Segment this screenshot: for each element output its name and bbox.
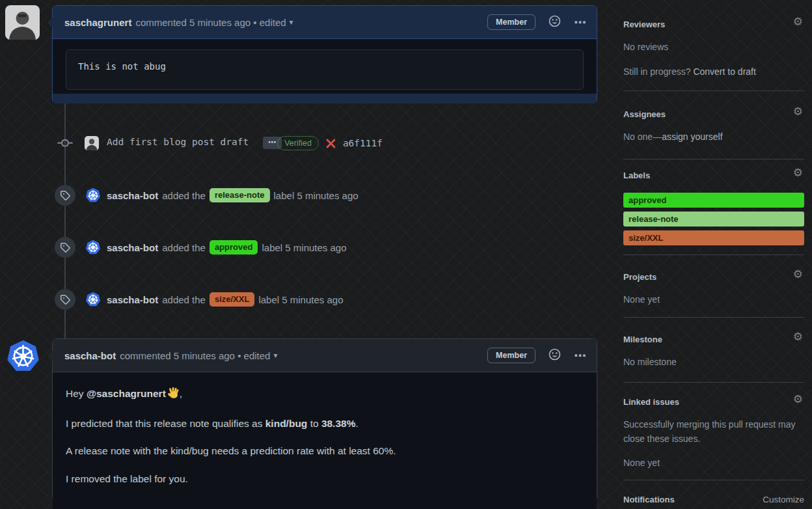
edited-dropdown-icon[interactable]: ▾ (273, 351, 277, 360)
event-suffix-text: label 5 minutes ago (262, 242, 346, 253)
comment-caret (47, 18, 53, 28)
bold-text: 38.38% (321, 418, 356, 429)
comment-paragraph: Hey @saschagrunert , (66, 387, 584, 403)
assign-yourself-link[interactable]: assign yourself (662, 131, 722, 142)
milestone-empty-text: No milestone (623, 355, 804, 370)
label-event-row: sascha-bot added the approved label 5 mi… (0, 234, 597, 260)
member-badge: Member (487, 14, 535, 30)
waving-hand-icon (167, 387, 180, 403)
event-actor-link[interactable]: sascha-bot (107, 242, 158, 253)
text: Hey (66, 388, 87, 399)
customize-link[interactable]: Customize (763, 495, 804, 504)
person-photo-icon (85, 136, 99, 150)
kebab-menu-button[interactable]: ⋯ (574, 350, 586, 362)
sidebar-divider (623, 255, 804, 255)
section-title: Milestone (623, 335, 662, 344)
projects-empty-text: None yet (623, 293, 804, 307)
label-event-row: sascha-bot added the release-note label … (0, 182, 597, 208)
avatar-sascha-bot[interactable] (85, 187, 101, 203)
sidebar-section-linked-issues: Linked issues ⚙ Successfully merging thi… (623, 396, 804, 481)
avatar-saschagrunert[interactable] (5, 5, 40, 40)
sidebar-section-projects: Projects ⚙ None yet (623, 271, 804, 318)
mention-link[interactable]: @saschagrunert (87, 388, 166, 399)
kubernetes-icon (85, 292, 101, 307)
event-action-text: added the (162, 190, 206, 201)
timeline-badge (55, 289, 75, 310)
comment-paragraph: I removed the label for you. (66, 472, 584, 486)
sidebar-section-reviewers: Reviewers ⚙ No reviews Still in progress… (623, 18, 804, 89)
label-pill[interactable]: size/XXL (210, 292, 254, 307)
verified-badge[interactable]: Verified (277, 136, 319, 150)
event-action-text: added the (162, 294, 206, 305)
comment-meta: commented 5 minutes ago • edited (120, 350, 270, 361)
linked-issues-empty-text: None yet (623, 456, 804, 471)
avatar-sascha-bot[interactable] (85, 292, 101, 307)
tag-icon (60, 190, 70, 200)
timeline-badge (55, 237, 75, 258)
comment-author-link[interactable]: sascha-bot (64, 350, 116, 361)
text: I predicted that this release note quali… (66, 418, 265, 429)
event-action-text: added the (162, 242, 206, 253)
sidebar-label-release-note[interactable]: release-note (623, 212, 804, 227)
edited-dropdown-icon[interactable]: ▾ (290, 18, 293, 27)
event-actor-link[interactable]: sascha-bot (107, 190, 158, 201)
event-suffix-text: label 5 minutes ago (274, 190, 359, 201)
linked-issues-hint-text: Successfully merging this pull request m… (623, 418, 804, 446)
person-photo-icon (5, 5, 40, 40)
kubernetes-icon (85, 187, 101, 203)
section-title: Notifications (623, 495, 675, 504)
tag-icon (60, 294, 70, 305)
label-pill[interactable]: approved (210, 240, 258, 255)
gear-icon[interactable]: ⚙ (793, 16, 803, 27)
sidebar-divider (623, 480, 804, 480)
event-actor-link[interactable]: sascha-bot (107, 294, 158, 305)
sidebar-label-size-xxl[interactable]: size/XXL (623, 230, 804, 245)
comment-header: sascha-bot commented 5 minutes ago • edi… (53, 339, 597, 372)
smiley-icon (548, 15, 561, 27)
avatar-sascha-bot-large[interactable] (6, 339, 40, 374)
reviewers-empty-text: No reviews (623, 40, 804, 55)
smiley-icon (548, 348, 561, 361)
sidebar-divider (623, 90, 804, 91)
comment-meta: commented 5 minutes ago • edited (135, 17, 286, 28)
gear-icon[interactable]: ⚙ (793, 167, 803, 178)
commit-event-row: Add first blog post draft ⋯ Verified a6f… (0, 129, 597, 158)
comment-body: This is not abug (53, 39, 597, 94)
gear-icon[interactable]: ⚙ (793, 106, 803, 117)
gear-icon[interactable]: ⚙ (793, 269, 803, 280)
label-event-row: sascha-bot added the size/XXL label 5 mi… (0, 286, 597, 312)
comment-paragraph: A release note with the kind/bug needs a… (66, 444, 584, 458)
emoji-reaction-button[interactable] (548, 15, 561, 29)
commit-message-link[interactable]: Add first blog post draft (107, 137, 249, 147)
gear-icon[interactable]: ⚙ (793, 331, 803, 342)
convert-to-draft-link[interactable]: Convert to draft (693, 66, 756, 77)
timeline-badge (55, 185, 75, 206)
sidebar-label-approved[interactable]: approved (623, 193, 804, 208)
avatar-sascha-bot[interactable] (85, 240, 101, 255)
section-title: Projects (623, 272, 656, 282)
commit-author-avatar[interactable] (85, 136, 99, 150)
label-pill[interactable]: release-note (210, 188, 270, 202)
gear-icon[interactable]: ⚙ (793, 394, 803, 405)
ci-failed-x-icon[interactable] (326, 139, 336, 148)
section-title: Reviewers (623, 20, 665, 29)
kebab-menu-button[interactable]: ⋯ (574, 16, 586, 29)
commit-sha-link[interactable]: a6f111f (343, 138, 383, 148)
sidebar-divider (623, 159, 804, 159)
tag-icon (60, 242, 70, 253)
sidebar: Reviewers ⚙ No reviews Still in progress… (623, 0, 804, 509)
kubernetes-icon (85, 240, 101, 255)
comment-sascha-bot: sascha-bot commented 5 minutes ago • edi… (52, 338, 597, 501)
section-title: Assignees (623, 109, 666, 119)
comment-footer-strip (53, 94, 597, 103)
section-title: Labels (623, 171, 650, 180)
sidebar-section-notifications: Notifications Customize (623, 495, 804, 504)
sidebar-section-milestone: Milestone ⚙ No milestone (623, 333, 804, 380)
draft-hint-text: Still in progress? (623, 66, 693, 77)
assignees-empty-text: No one— (623, 131, 662, 142)
comment-author-link[interactable]: saschagrunert (64, 17, 131, 28)
event-suffix-text: label 5 minutes ago (258, 294, 343, 305)
bold-text: kind/bug (265, 418, 308, 429)
sidebar-section-labels: Labels ⚙ approved release-note size/XXL (623, 169, 804, 249)
emoji-reaction-button[interactable] (548, 348, 561, 363)
